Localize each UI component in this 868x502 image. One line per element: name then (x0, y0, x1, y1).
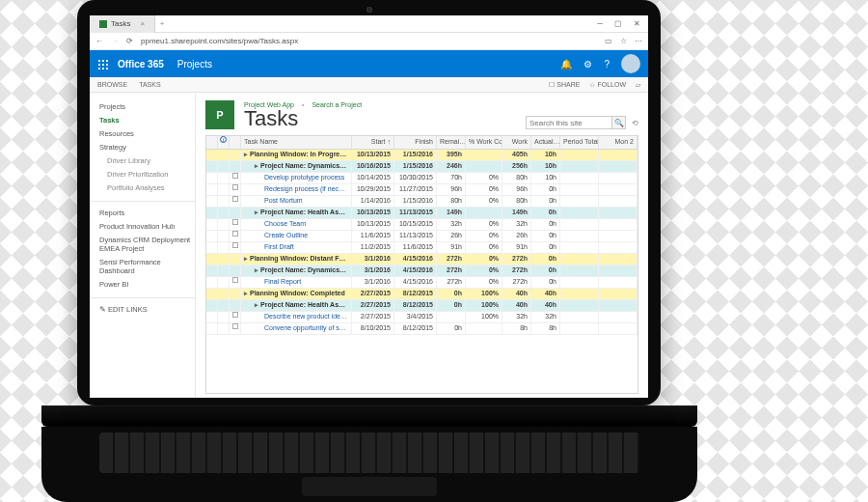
table-row[interactable]: ▸Project Name: Health Assessment Reporti… (206, 300, 637, 312)
nav-portfolio-analyses[interactable]: Portfolio Analyses (107, 183, 195, 192)
ribbon-tab-tasks[interactable]: TASKS (139, 81, 160, 88)
notifications-icon[interactable]: 🔔 (560, 59, 572, 70)
project-icon (99, 20, 107, 28)
row-checkbox[interactable] (232, 184, 238, 190)
suite-site[interactable]: Projects (174, 59, 212, 70)
table-row[interactable]: ▸Project Name: Dynamics CRM Deployment E… (206, 265, 637, 277)
row-checkbox[interactable] (232, 242, 238, 248)
col-workcomp[interactable]: % Work Comp… (466, 136, 502, 149)
settings-icon[interactable]: ⚙ (583, 59, 592, 70)
nav-sensi[interactable]: Sensi Performance Dashboard (99, 258, 195, 275)
nav-edit-links[interactable]: ✎ EDIT LINKS (99, 305, 195, 314)
table-row[interactable]: First Draft11/2/201511/6/201591h0%91h0h (206, 242, 637, 254)
back-icon[interactable]: ← (95, 37, 103, 45)
table-row[interactable]: Redesign process (if necessary)10/29/201… (206, 184, 637, 196)
refresh-icon[interactable]: ⟳ (126, 37, 133, 45)
follow-button[interactable]: ☆ FOLLOW (589, 81, 626, 89)
titlebar: Tasks × + ─ ▢ ✕ (90, 15, 648, 33)
sync-icon[interactable]: ⟲ (632, 119, 638, 127)
url-text[interactable]: ppmeu1.sharepoint.com/sites/pwa/Tasks.as… (141, 37, 597, 45)
focus-icon[interactable]: ▱ (636, 81, 640, 89)
col-work[interactable]: Work (502, 136, 531, 149)
reading-view-icon[interactable]: ▭ (605, 37, 612, 45)
page-title: Tasks (244, 108, 362, 129)
table-row[interactable]: ▸Project Name: Health Assessment Reporti… (206, 208, 637, 219)
row-checkbox[interactable] (232, 277, 238, 283)
col-finish[interactable]: Finish (394, 136, 437, 149)
ribbon-tab-browse[interactable]: BROWSE (97, 81, 127, 88)
nav-tasks[interactable]: Tasks (99, 116, 195, 125)
search-input[interactable] (526, 116, 612, 129)
table-row[interactable]: ▸Project Name: Dynamics CRM Deployment E… (206, 161, 637, 173)
row-checkbox[interactable] (232, 231, 238, 237)
maximize-icon[interactable]: ▢ (614, 19, 622, 28)
tab-title: Tasks (111, 19, 130, 28)
nav-projects[interactable]: Projects (99, 102, 195, 111)
edge-browser-window: Tasks × + ─ ▢ ✕ ← → ⟳ (90, 15, 648, 398)
more-icon[interactable]: ⋯ (635, 37, 642, 45)
nav-reports[interactable]: Reports (99, 209, 195, 217)
col-taskname[interactable]: Task Name (241, 136, 352, 149)
project-app-icon: P (205, 100, 234, 129)
col-mon[interactable]: Mon 2 (599, 136, 637, 149)
table-header: i Task Name Start ↑ Finish Remai… % Work… (206, 136, 637, 150)
nav-dynamics-crm[interactable]: Dynamics CRM Deployment EMEA Project (99, 236, 195, 253)
side-nav: Projects Tasks Resources Strategy Driver… (90, 93, 196, 398)
share-button[interactable]: ☐ SHARE (549, 81, 580, 89)
table-row[interactable]: Develop prototype process10/14/201510/30… (206, 173, 637, 184)
avatar[interactable] (621, 54, 640, 73)
table-row[interactable]: Final Report3/1/20164/15/2016272h0%272h0… (206, 277, 637, 289)
nav-strategy[interactable]: Strategy (99, 143, 195, 152)
task-grid: i Task Name Start ↑ Finish Remai… % Work… (205, 135, 638, 394)
search-button[interactable]: 🔍 (612, 116, 626, 129)
table-row[interactable]: Create Outline11/6/201511/13/201526h0%26… (206, 231, 637, 242)
nav-power-bi[interactable]: Power BI (99, 280, 195, 289)
tab-close-icon[interactable]: × (140, 19, 145, 28)
forward-icon[interactable]: → (111, 37, 119, 45)
crumb-search[interactable]: Search a Project (312, 101, 362, 108)
nav-product-innovation[interactable]: Product Innovation Hub (99, 222, 195, 231)
row-checkbox[interactable] (232, 219, 238, 225)
table-row[interactable]: ▸Planning Window: Completed2/27/20158/12… (206, 289, 637, 300)
new-tab-button[interactable]: + (155, 19, 169, 28)
table-row[interactable]: ▸Planning Window: In Progress for Curren… (206, 150, 637, 161)
browser-tab[interactable]: Tasks × (90, 15, 155, 33)
table-row[interactable]: Convene opportunity of screening committ… (206, 323, 637, 335)
favorite-icon[interactable]: ☆ (620, 37, 627, 45)
address-bar: ← → ⟳ ppmeu1.sharepoint.com/sites/pwa/Ta… (90, 33, 648, 50)
row-checkbox[interactable] (232, 196, 238, 202)
col-info[interactable]: i (218, 136, 230, 149)
content-area: Projects Tasks Resources Strategy Driver… (90, 93, 648, 398)
row-checkbox[interactable] (232, 312, 238, 318)
close-icon[interactable]: ✕ (634, 19, 640, 28)
suite-brand[interactable]: Office 365 (118, 59, 164, 70)
table-row[interactable]: Post Mortum1/14/20161/15/201680h0%80h0h (206, 196, 637, 208)
table-row[interactable]: Choose Team10/13/201510/15/201532h0%32h0… (206, 219, 637, 231)
col-actual[interactable]: Actual… (531, 136, 560, 149)
col-remaining[interactable]: Remai… (437, 136, 466, 149)
help-icon[interactable]: ? (604, 59, 610, 70)
ribbon: BROWSE TASKS ☐ SHARE ☆ FOLLOW ▱ (90, 77, 648, 93)
main-panel: P Project Web App • Search a Project Tas… (196, 93, 648, 398)
col-period[interactable]: Period Total (560, 136, 599, 149)
nav-driver-prioritization[interactable]: Driver Prioritization (107, 170, 195, 179)
suite-bar: Office 365 Projects 🔔 ⚙ ? (90, 50, 648, 77)
table-row[interactable]: Describe new product idea (1-page writte… (206, 312, 637, 323)
table-row[interactable]: ▸Planning Window: Distant Future3/1/2016… (206, 254, 637, 265)
minimize-icon[interactable]: ─ (597, 19, 603, 28)
col-start[interactable]: Start ↑ (352, 136, 394, 149)
nav-driver-library[interactable]: Driver Library (107, 156, 195, 165)
row-checkbox[interactable] (232, 323, 238, 329)
row-checkbox[interactable] (232, 173, 238, 179)
nav-resources[interactable]: Resources (99, 129, 195, 138)
app-launcher-icon[interactable] (97, 59, 108, 70)
